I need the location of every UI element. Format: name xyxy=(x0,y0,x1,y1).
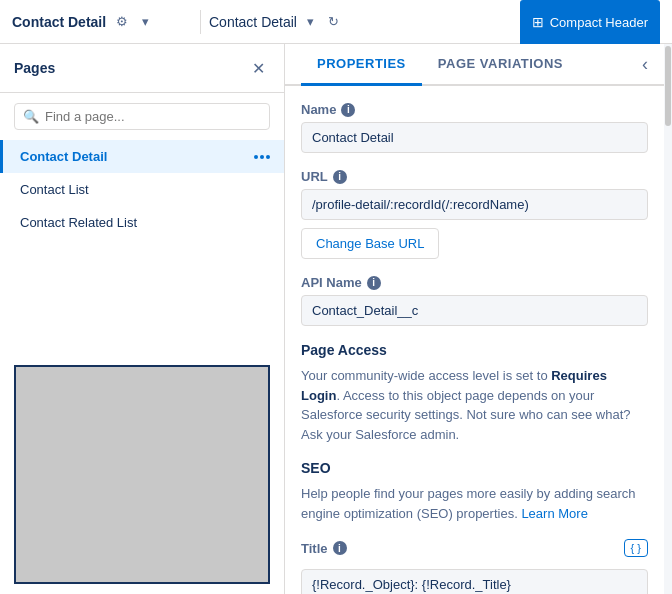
scrollbar-thumb[interactable] xyxy=(665,46,671,126)
pages-list: Contact Detail Contact List Contact Rela… xyxy=(0,140,284,355)
compact-header-button[interactable]: ⊞ Compact Header xyxy=(520,0,660,44)
close-panel-button[interactable]: ✕ xyxy=(246,56,270,80)
api-name-label: API Name i xyxy=(301,275,648,290)
api-name-info-icon[interactable]: i xyxy=(367,276,381,290)
url-label: URL i xyxy=(301,169,648,184)
more-options-icon[interactable] xyxy=(254,155,270,159)
search-icon: 🔍 xyxy=(23,109,39,124)
page-access-text: Your community-wide access level is set … xyxy=(301,366,648,444)
learn-more-link[interactable]: Learn More xyxy=(521,506,587,521)
tab-page-variations[interactable]: PAGE VARIATIONS xyxy=(422,44,579,84)
title-row: Title i { } xyxy=(301,539,648,557)
search-input[interactable] xyxy=(45,109,261,124)
seo-section: SEO Help people find your pages more eas… xyxy=(301,460,648,523)
tab-properties[interactable]: PROPERTIES xyxy=(301,44,422,86)
page-item-label: Contact List xyxy=(20,182,89,197)
main-content: Pages ✕ 🔍 Contact Detail Contact List Co… xyxy=(0,44,672,594)
refresh-button[interactable]: ↻ xyxy=(324,12,343,31)
top-bar-separator xyxy=(200,10,201,34)
title-input[interactable] xyxy=(301,569,648,594)
app-title: Contact Detail xyxy=(12,14,106,30)
page-item-contact-related-list[interactable]: Contact Related List xyxy=(0,206,284,239)
name-input[interactable] xyxy=(301,122,648,153)
api-name-field-group: API Name i xyxy=(301,275,648,326)
title-info-icon[interactable]: i xyxy=(333,541,347,555)
properties-content: Name i URL i Change Base URL API Name i xyxy=(285,86,664,594)
seo-text: Help people find your pages more easily … xyxy=(301,484,648,523)
name-label: Name i xyxy=(301,102,648,117)
page-access-title: Page Access xyxy=(301,342,648,358)
top-bar-left: Contact Detail ⚙ ▾ xyxy=(12,12,192,31)
url-input[interactable] xyxy=(301,189,648,220)
page-breadcrumb-label: Contact Detail xyxy=(209,14,297,30)
title-field-group: Title i { } xyxy=(301,539,648,594)
settings-button[interactable]: ⚙ xyxy=(112,12,132,31)
seo-title: SEO xyxy=(301,460,648,476)
page-item-label: Contact Detail xyxy=(20,149,107,164)
change-base-url-button[interactable]: Change Base URL xyxy=(301,228,439,259)
settings-chevron[interactable]: ▾ xyxy=(138,12,153,31)
name-field-group: Name i xyxy=(301,102,648,153)
page-preview xyxy=(14,365,270,584)
name-info-icon[interactable]: i xyxy=(341,103,355,117)
url-field-group: URL i Change Base URL xyxy=(301,169,648,259)
pages-panel: Pages ✕ 🔍 Contact Detail Contact List Co… xyxy=(0,44,285,594)
tabs-header: PROPERTIES PAGE VARIATIONS ‹ xyxy=(285,44,664,86)
url-info-icon[interactable]: i xyxy=(333,170,347,184)
panel-header: Pages ✕ xyxy=(0,44,284,93)
page-chevron-btn[interactable]: ▾ xyxy=(303,12,318,31)
title-label: Title i xyxy=(301,541,347,556)
page-access-section: Page Access Your community-wide access l… xyxy=(301,342,648,444)
compact-header-label: Compact Header xyxy=(550,15,648,30)
merge-field-button[interactable]: { } xyxy=(624,539,648,557)
properties-panel: PROPERTIES PAGE VARIATIONS ‹ Name i URL xyxy=(285,44,664,594)
page-item-contact-detail[interactable]: Contact Detail xyxy=(0,140,284,173)
search-box[interactable]: 🔍 xyxy=(14,103,270,130)
top-bar: Contact Detail ⚙ ▾ Contact Detail ▾ ↻ ⊞ … xyxy=(0,0,672,44)
compact-header-icon: ⊞ xyxy=(532,14,544,30)
api-name-input[interactable] xyxy=(301,295,648,326)
page-item-label: Contact Related List xyxy=(20,215,137,230)
panel-title: Pages xyxy=(14,60,55,76)
scrollbar-track[interactable] xyxy=(664,44,672,594)
top-bar-center: Contact Detail ▾ ↻ xyxy=(209,12,343,31)
page-item-contact-list[interactable]: Contact List xyxy=(0,173,284,206)
back-button[interactable]: ‹ xyxy=(642,44,648,84)
